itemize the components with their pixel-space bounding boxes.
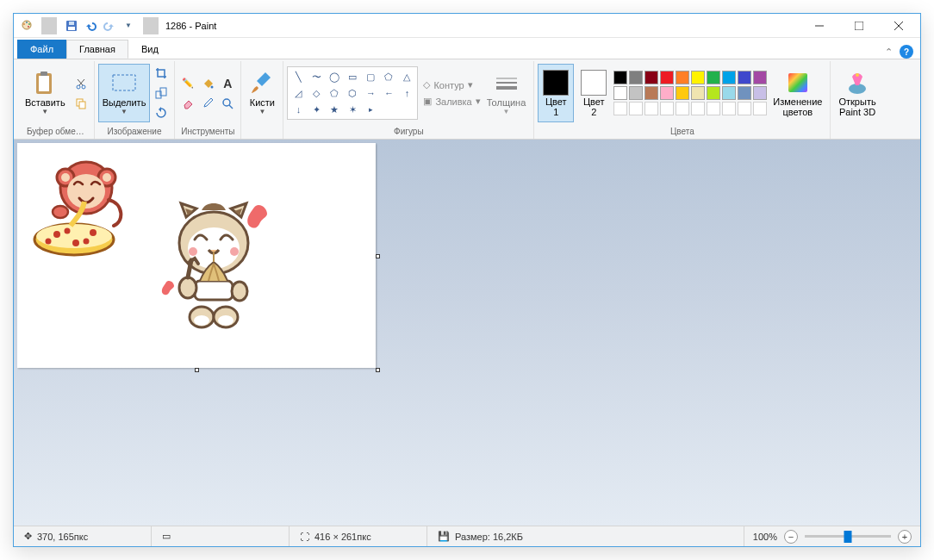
copy-icon[interactable]	[72, 94, 90, 113]
palette-swatch[interactable]	[707, 71, 720, 84]
edit-colors-button[interactable]: Изменение цветов	[769, 64, 826, 122]
palette-swatch[interactable]	[613, 71, 627, 84]
svg-point-40	[46, 239, 52, 245]
svg-point-3	[28, 23, 30, 25]
resize-handle-se[interactable]	[376, 368, 380, 372]
svg-line-26	[229, 105, 233, 109]
palette-swatch[interactable]	[613, 102, 627, 115]
shape-more: ▸	[362, 102, 379, 117]
group-colors: Цвет 1 Цвет 2 Изменение цветов Цвета	[534, 61, 831, 139]
palette-swatch[interactable]	[644, 102, 658, 115]
text-icon[interactable]: A	[218, 74, 237, 93]
palette-swatch[interactable]	[676, 71, 689, 84]
palette-swatch[interactable]	[753, 71, 767, 84]
palette-swatch[interactable]	[691, 86, 705, 100]
qat-dropdown-icon[interactable]: ▼	[121, 17, 136, 34]
palette-swatch[interactable]	[707, 86, 720, 100]
palette-swatch[interactable]	[629, 86, 643, 100]
cut-icon[interactable]	[72, 74, 90, 93]
palette-swatch[interactable]	[753, 86, 767, 100]
shape-rtri: ◿	[290, 85, 307, 101]
resize-icon[interactable]	[152, 84, 171, 103]
tab-view[interactable]: Вид	[128, 40, 171, 59]
zoom-in-button[interactable]: +	[898, 530, 912, 544]
palette-swatch[interactable]	[691, 102, 705, 115]
magnifier-icon[interactable]	[218, 94, 237, 113]
zoom-level: 100%	[753, 532, 777, 542]
zoom-out-button[interactable]: −	[784, 530, 798, 544]
palette-swatch[interactable]	[738, 86, 751, 100]
palette-swatch[interactable]	[660, 71, 674, 84]
palette-swatch[interactable]	[629, 102, 643, 115]
select-button[interactable]: Выделить ▼	[98, 64, 151, 122]
palette-swatch[interactable]	[676, 86, 689, 100]
palette-swatch[interactable]	[738, 102, 751, 115]
resize-handle-e[interactable]	[376, 254, 380, 258]
chevron-down-icon: ▼	[503, 109, 510, 116]
palette-swatch[interactable]	[707, 102, 720, 115]
palette-swatch[interactable]	[691, 71, 705, 84]
maximize-button[interactable]	[839, 14, 879, 38]
svg-point-38	[65, 228, 71, 234]
zoom-slider[interactable]	[805, 535, 891, 538]
eraser-icon[interactable]	[178, 94, 197, 113]
palette-swatch[interactable]	[660, 86, 674, 100]
palette-swatch[interactable]	[629, 71, 643, 84]
canvas[interactable]	[17, 143, 376, 368]
ribbon-tabs: Файл Главная Вид ⌃ ?	[14, 38, 920, 59]
shape-line: ╲	[290, 69, 307, 84]
color1-button[interactable]: Цвет 1	[538, 64, 574, 122]
canvas-area[interactable]	[14, 140, 920, 526]
thickness-button[interactable]: Толщина ▼	[483, 64, 531, 122]
svg-point-1	[23, 23, 25, 25]
rotate-icon[interactable]	[152, 103, 171, 122]
fill-icon: ▣	[423, 96, 432, 107]
brushes-button[interactable]: Кисти ▼	[245, 64, 279, 122]
tab-home[interactable]: Главная	[66, 40, 128, 59]
undo-icon[interactable]	[83, 17, 98, 34]
svg-point-16	[82, 85, 85, 89]
svg-point-24	[211, 85, 214, 88]
palette-swatch[interactable]	[738, 71, 751, 84]
shape-outline[interactable]: ◇Контур ▾	[423, 79, 480, 90]
pencil-icon[interactable]: ✏️	[178, 74, 197, 93]
shape-fill[interactable]: ▣Заливка ▾	[423, 96, 480, 107]
palette-swatch[interactable]	[722, 71, 736, 84]
resize-handle-s[interactable]	[195, 368, 199, 372]
svg-point-36	[72, 240, 79, 246]
shape-gallery[interactable]: ╲〜◯▭▢⬠△ ◿◇⬠⬡→←↑ ↓✦★✶▸	[287, 66, 418, 120]
shape-polygon: ⬠	[380, 69, 397, 84]
minimize-button[interactable]	[800, 14, 839, 38]
color-palette[interactable]	[613, 71, 767, 115]
close-button[interactable]	[879, 14, 918, 38]
titlebar: ▼ 1286 - Paint	[14, 14, 920, 38]
svg-rect-30	[788, 73, 807, 92]
help-icon[interactable]: ?	[900, 45, 913, 59]
svg-point-47	[53, 206, 68, 218]
dimensions-icon: ⛶	[300, 532, 309, 542]
group-brushes: Кисти ▼	[241, 61, 283, 139]
tab-file[interactable]: Файл	[17, 40, 66, 59]
palette-swatch[interactable]	[722, 86, 736, 100]
palette-swatch[interactable]	[753, 102, 767, 115]
group-tools: ✏️ A Инструменты	[175, 61, 241, 139]
svg-rect-7	[69, 22, 74, 25]
svg-rect-6	[68, 27, 75, 30]
palette-swatch[interactable]	[660, 102, 674, 115]
collapse-ribbon-icon[interactable]: ⌃	[885, 47, 893, 58]
eyedropper-icon[interactable]	[198, 94, 217, 113]
palette-swatch[interactable]	[644, 71, 658, 84]
save-icon[interactable]	[64, 17, 79, 34]
paste-button[interactable]: Вставить ▼	[21, 64, 70, 122]
palette-swatch[interactable]	[722, 102, 736, 115]
color2-button[interactable]: Цвет 2	[576, 64, 612, 122]
crop-icon[interactable]	[152, 64, 171, 83]
shape-uarrow: ↑	[398, 85, 415, 101]
palette-swatch[interactable]	[644, 86, 658, 100]
shape-tri: △	[398, 69, 415, 84]
bucket-icon[interactable]	[198, 74, 217, 93]
palette-swatch[interactable]	[676, 102, 689, 115]
redo-icon[interactable]	[102, 17, 117, 34]
palette-swatch[interactable]	[613, 86, 627, 100]
paint3d-button[interactable]: Открыть Paint 3D	[834, 64, 880, 122]
